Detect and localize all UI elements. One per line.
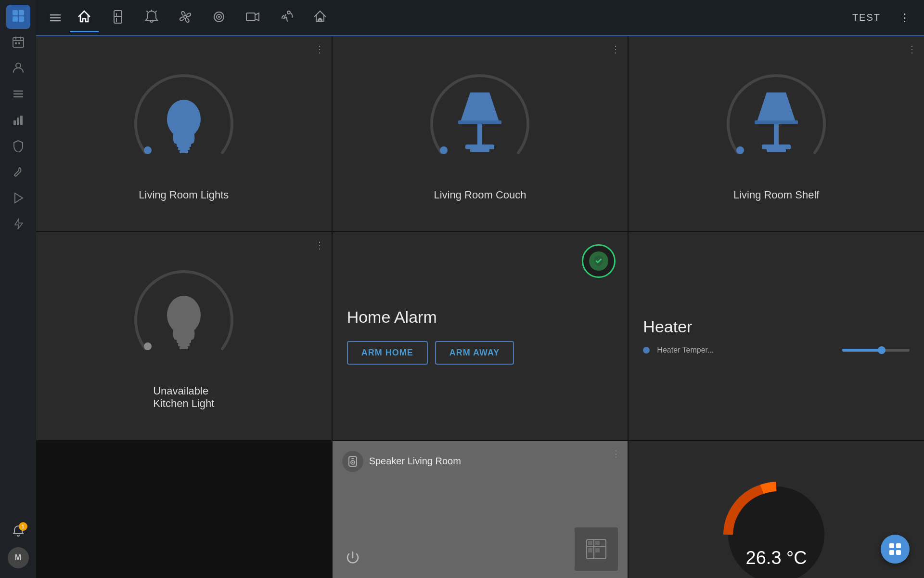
nav-speaker[interactable]: [205, 3, 233, 32]
heater-title: Heater: [643, 317, 910, 336]
speaker-device-icon: [342, 451, 363, 472]
card-living-room-lights: ⋮ Living Room Lights: [36, 36, 332, 231]
nav-alarm[interactable]: [137, 3, 166, 32]
card-home-alarm: Home Alarm ARM HOME ARM AWAY: [333, 232, 628, 440]
nav-motion[interactable]: [272, 3, 301, 32]
card-grid: ⋮ Living Room Lights ⋮: [36, 36, 924, 578]
svg-rect-0: [13, 10, 18, 15]
nav-video[interactable]: [238, 3, 267, 32]
card-menu-living-room-shelf[interactable]: ⋮: [907, 43, 917, 55]
chart-icon: [12, 114, 25, 129]
sidebar-item-dashboard[interactable]: [6, 5, 30, 29]
sidebar-item-list[interactable]: [6, 83, 30, 107]
svg-rect-53: [178, 343, 190, 346]
nav-house[interactable]: [306, 3, 334, 32]
calendar-icon: [12, 36, 25, 51]
svg-rect-1: [19, 10, 24, 15]
svg-rect-43: [470, 148, 489, 152]
heater-slider-fill: [842, 349, 881, 352]
svg-point-57: [352, 461, 353, 463]
fab-grid-button[interactable]: [881, 535, 910, 564]
light-dial-shelf[interactable]: [719, 66, 834, 182]
svg-rect-46: [755, 120, 798, 124]
card-title-kitchen-unavailable: Unavailable Kitchen Light: [153, 385, 214, 410]
sidebar-item-calendar[interactable]: [6, 31, 30, 55]
heater-dot: [643, 347, 650, 354]
lightning-icon: [12, 218, 25, 233]
nav-fridge[interactable]: [103, 3, 132, 32]
light-dial-living-room[interactable]: [126, 66, 242, 182]
arm-away-button[interactable]: ARM AWAY: [435, 341, 514, 365]
card-heater: Heater Heater Temper...: [629, 232, 924, 440]
svg-rect-30: [246, 13, 255, 21]
sidebar-item-chart[interactable]: [6, 109, 30, 133]
user-avatar[interactable]: M: [8, 547, 29, 568]
svg-rect-63: [595, 541, 600, 545]
wrench-icon: [12, 166, 25, 181]
more-menu-button[interactable]: ⋮: [895, 8, 914, 27]
card-menu-living-room-couch[interactable]: ⋮: [611, 43, 620, 55]
sidebar-item-automation[interactable]: [6, 213, 30, 237]
card-menu-kitchen[interactable]: ⋮: [315, 239, 324, 251]
card-speaker: Speaker Living Room ⋮: [333, 441, 628, 578]
hamburger-menu[interactable]: [46, 8, 65, 27]
speaker-title: Speaker Living Room: [369, 456, 461, 467]
card-title-living-room-couch: Living Room Couch: [434, 189, 526, 201]
card-living-room-shelf: ⋮ Living Room Shelf: [629, 36, 924, 231]
svg-rect-9: [18, 42, 20, 44]
nav-home[interactable]: [70, 3, 99, 32]
svg-marker-45: [757, 92, 796, 121]
fab-grid-icon: [889, 543, 901, 555]
card-temperature: 26.3 °C: [629, 441, 924, 578]
nav-fan[interactable]: [171, 3, 200, 32]
svg-point-26: [184, 15, 187, 18]
speaker-album-art: [575, 527, 618, 571]
speaker-power-button[interactable]: [342, 547, 363, 568]
notification-bell[interactable]: 1: [6, 519, 30, 543]
light-dial-kitchen[interactable]: [126, 262, 242, 378]
svg-rect-65: [595, 548, 600, 552]
temperature-value: 26.3 °C: [746, 548, 807, 568]
svg-rect-2: [13, 16, 18, 22]
person-icon: [12, 62, 25, 77]
play-icon: [12, 192, 25, 207]
alarm-title: Home Alarm: [347, 308, 614, 327]
dashboard-icon: [12, 9, 25, 25]
svg-rect-41: [477, 124, 482, 146]
svg-marker-17: [15, 193, 23, 203]
arm-home-button[interactable]: ARM HOME: [347, 341, 428, 365]
svg-rect-58: [351, 458, 354, 459]
svg-point-44: [736, 146, 744, 154]
svg-rect-54: [180, 346, 188, 349]
svg-marker-39: [461, 92, 499, 121]
card-menu-living-room-lights[interactable]: ⋮: [315, 43, 324, 55]
heater-temp-slider[interactable]: [842, 349, 910, 352]
sidebar-item-shield[interactable]: [6, 135, 30, 159]
sidebar-item-users[interactable]: [6, 57, 30, 81]
svg-rect-64: [588, 548, 592, 552]
heater-slider-thumb: [878, 346, 886, 354]
svg-point-31: [287, 11, 290, 14]
alarm-shield-inner: [589, 251, 608, 271]
svg-rect-47: [774, 124, 779, 146]
sidebar-item-play[interactable]: [6, 187, 30, 211]
speaker-menu-button[interactable]: ⋮: [612, 448, 620, 459]
svg-point-38: [440, 146, 448, 154]
svg-rect-37: [180, 150, 188, 153]
heater-temp-row: Heater Temper...: [643, 346, 910, 355]
alarm-buttons: ARM HOME ARM AWAY: [347, 341, 614, 365]
sidebar-item-tools[interactable]: [6, 161, 30, 185]
card-title-living-room-lights: Living Room Lights: [139, 189, 229, 201]
svg-rect-62: [588, 541, 592, 545]
svg-rect-52: [177, 339, 191, 343]
svg-rect-35: [177, 143, 191, 147]
light-dial-couch[interactable]: [422, 66, 538, 182]
main-area: TEST ⋮ ⋮ Living Room Lights: [36, 0, 924, 578]
svg-rect-8: [15, 42, 17, 44]
svg-point-33: [144, 146, 152, 154]
speaker-controls: [342, 547, 618, 568]
svg-point-10: [16, 63, 21, 68]
notification-badge: 1: [19, 522, 27, 531]
card-title-living-room-shelf: Living Room Shelf: [733, 189, 820, 201]
svg-rect-3: [19, 16, 24, 22]
